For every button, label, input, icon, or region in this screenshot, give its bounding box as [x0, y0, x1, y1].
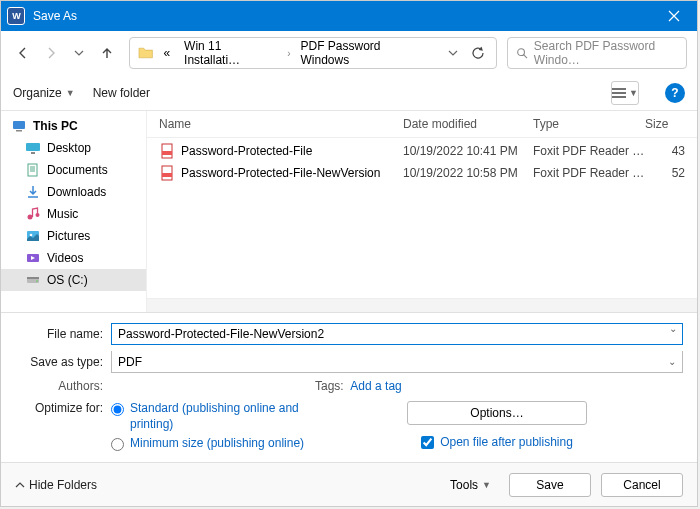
- sidebar-item-downloads[interactable]: Downloads: [1, 181, 146, 203]
- documents-icon: [25, 162, 41, 178]
- chevron-down-icon: [74, 48, 84, 58]
- file-list-area: Name Date modified Type Size Password-Pr…: [146, 111, 697, 312]
- svg-point-1: [518, 49, 525, 56]
- radio-minsize[interactable]: Minimum size (publishing online): [111, 436, 311, 452]
- optimize-label: Optimize for:: [15, 401, 111, 456]
- open-after-checkbox[interactable]: Open file after publishing: [421, 435, 573, 449]
- up-button[interactable]: [95, 41, 119, 65]
- svg-rect-4: [26, 143, 40, 151]
- col-name[interactable]: Name: [159, 117, 403, 131]
- pdf-icon: [159, 143, 175, 159]
- cancel-button[interactable]: Cancel: [601, 473, 683, 497]
- sidebar-item-desktop[interactable]: Desktop: [1, 137, 146, 159]
- svg-point-8: [36, 213, 40, 217]
- organize-menu[interactable]: Organize▼: [13, 86, 75, 100]
- add-tag-link[interactable]: Add a tag: [350, 379, 401, 393]
- search-input[interactable]: Search PDF Password Windo…: [507, 37, 687, 69]
- svg-rect-18: [162, 173, 172, 177]
- history-dropdown[interactable]: [444, 43, 463, 63]
- chevron-up-icon: [15, 480, 25, 490]
- tags-label: Tags:: [315, 379, 344, 393]
- tools-menu[interactable]: Tools▼: [450, 478, 491, 492]
- open-after-input[interactable]: [421, 436, 434, 449]
- save-as-dialog: W Save As « Win 11 Installati… › PDF Pas…: [0, 0, 698, 507]
- svg-text:W: W: [12, 11, 21, 21]
- save-form: File name: ⌄ Save as type: PDF ⌄ Authors…: [1, 312, 697, 462]
- close-button[interactable]: [651, 1, 697, 31]
- sidebar: This PC Desktop Documents Downloads Musi…: [1, 111, 146, 312]
- horizontal-scrollbar[interactable]: [147, 298, 697, 312]
- sidebar-item-osc[interactable]: OS (C:): [1, 269, 146, 291]
- new-folder-button[interactable]: New folder: [93, 86, 150, 100]
- address-bar[interactable]: « Win 11 Installati… › PDF Password Wind…: [129, 37, 497, 69]
- file-rows: Password-Protected-File 10/19/2022 10:41…: [147, 138, 697, 298]
- radio-standard-input[interactable]: [111, 403, 124, 416]
- svg-point-7: [28, 215, 33, 220]
- sidebar-item-pictures[interactable]: Pictures: [1, 225, 146, 247]
- sidebar-item-thispc[interactable]: This PC: [1, 115, 146, 137]
- save-type-select[interactable]: PDF ⌄: [111, 351, 683, 373]
- pdf-icon: [159, 165, 175, 181]
- save-button[interactable]: Save: [509, 473, 591, 497]
- svg-rect-2: [13, 121, 25, 129]
- videos-icon: [25, 250, 41, 266]
- desktop-icon: [25, 140, 41, 156]
- music-icon: [25, 206, 41, 222]
- breadcrumb-prefix[interactable]: «: [159, 44, 174, 62]
- chevron-down-icon: [448, 48, 458, 58]
- sidebar-item-music[interactable]: Music: [1, 203, 146, 225]
- radio-standard[interactable]: Standard (publishing online and printing…: [111, 401, 311, 432]
- drive-icon: [25, 272, 41, 288]
- recent-button[interactable]: [67, 41, 91, 65]
- save-type-label: Save as type:: [15, 355, 111, 369]
- authors-label: Authors:: [45, 379, 109, 393]
- breadcrumb-1[interactable]: Win 11 Installati…: [180, 37, 281, 69]
- breadcrumb-2[interactable]: PDF Password Windows: [296, 37, 431, 69]
- sidebar-item-documents[interactable]: Documents: [1, 159, 146, 181]
- pc-icon: [11, 118, 27, 134]
- sidebar-item-videos[interactable]: Videos: [1, 247, 146, 269]
- svg-rect-6: [28, 164, 37, 176]
- svg-rect-13: [27, 277, 39, 279]
- pictures-icon: [25, 228, 41, 244]
- chevron-right-icon: ›: [287, 48, 290, 59]
- search-icon: [516, 46, 528, 60]
- close-icon: [668, 10, 680, 22]
- refresh-button[interactable]: [469, 43, 488, 63]
- folder-icon: [138, 45, 153, 61]
- svg-rect-5: [31, 152, 35, 154]
- svg-rect-3: [16, 130, 22, 132]
- svg-point-14: [36, 280, 38, 282]
- nav-toolbar: « Win 11 Installati… › PDF Password Wind…: [1, 31, 697, 75]
- chevron-down-icon[interactable]: ⌄: [669, 323, 677, 334]
- radio-minsize-input[interactable]: [111, 438, 124, 451]
- window-title: Save As: [33, 9, 77, 23]
- search-placeholder: Search PDF Password Windo…: [534, 39, 678, 67]
- file-row[interactable]: Password-Protected-File-NewVersion 10/19…: [147, 162, 697, 184]
- col-size[interactable]: Size: [645, 117, 685, 131]
- word-icon: W: [7, 7, 25, 25]
- chevron-down-icon: ⌄: [668, 356, 676, 367]
- col-type[interactable]: Type: [533, 117, 645, 131]
- svg-point-10: [30, 234, 33, 237]
- arrow-up-icon: [100, 46, 114, 60]
- svg-rect-16: [162, 151, 172, 155]
- arrow-left-icon: [16, 46, 30, 60]
- view-options[interactable]: ▼: [611, 81, 639, 105]
- hide-folders-button[interactable]: Hide Folders: [15, 478, 97, 492]
- file-name-label: File name:: [15, 327, 111, 341]
- back-button[interactable]: [11, 41, 35, 65]
- file-row[interactable]: Password-Protected-File 10/19/2022 10:41…: [147, 140, 697, 162]
- list-view-icon: [612, 88, 626, 98]
- arrow-right-icon: [44, 46, 58, 60]
- forward-button[interactable]: [39, 41, 63, 65]
- downloads-icon: [25, 184, 41, 200]
- titlebar: W Save As: [1, 1, 697, 31]
- column-headers: Name Date modified Type Size: [147, 111, 697, 138]
- refresh-icon: [471, 46, 485, 60]
- file-name-input[interactable]: [111, 323, 683, 345]
- options-button[interactable]: Options…: [407, 401, 587, 425]
- footer: Hide Folders Tools▼ Save Cancel: [1, 462, 697, 506]
- help-button[interactable]: ?: [665, 83, 685, 103]
- col-date[interactable]: Date modified: [403, 117, 533, 131]
